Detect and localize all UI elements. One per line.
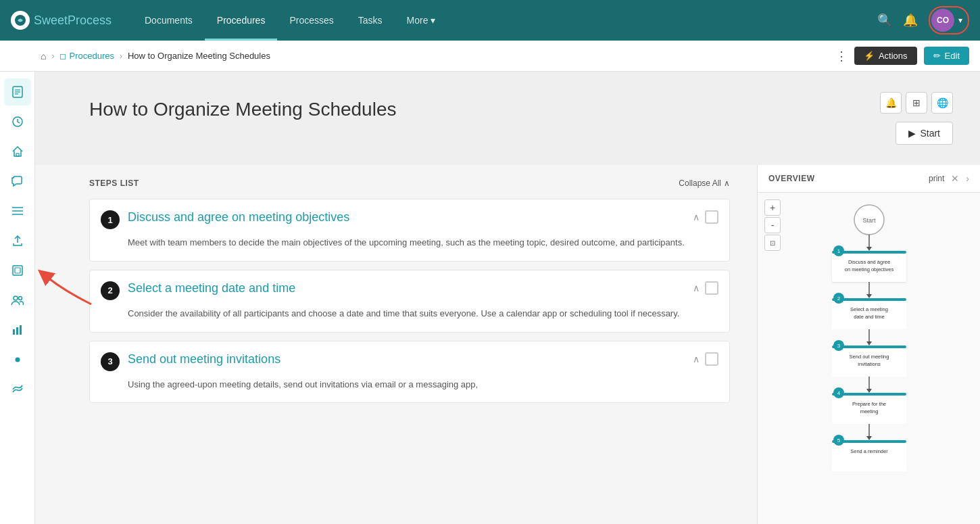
sidebar-item-integrations[interactable] xyxy=(4,376,31,403)
steps-header: STEPS LIST Collapse All ∧ xyxy=(89,178,730,188)
svg-text:on meeting objectives: on meeting objectives xyxy=(844,266,893,272)
main-area: How to Organize Meeting Schedules 🔔 ⊞ 🌐 … xyxy=(35,72,980,524)
nav-procedures[interactable]: Procedures xyxy=(205,0,278,41)
edit-button[interactable]: ✏ Edit xyxy=(924,47,969,65)
start-button[interactable]: ▶ Start xyxy=(896,122,953,145)
sidebar-item-home[interactable] xyxy=(4,138,31,165)
header-icons: 🔔 ⊞ 🌐 xyxy=(880,92,953,114)
overview-title: OVERVIEW xyxy=(768,174,814,183)
close-overview-icon[interactable]: ✕ xyxy=(951,173,959,184)
overview-content: + - ⊡ Start 1 Discuss xyxy=(758,193,980,524)
sidebar-item-document[interactable] xyxy=(4,78,31,105)
procedure-header: How to Organize Meeting Schedules 🔔 ⊞ 🌐 … xyxy=(35,72,980,165)
collapse-all-button[interactable]: Collapse All ∧ xyxy=(679,178,730,188)
svg-rect-15 xyxy=(16,327,18,335)
step-title-1[interactable]: Discuss and agree on meeting objectives xyxy=(128,210,685,224)
svg-text:1: 1 xyxy=(837,248,840,254)
sidebar-item-chat[interactable] xyxy=(4,168,31,195)
procedures-icon: ◻ xyxy=(59,51,66,61)
breadcrumb-sep-2: › xyxy=(120,51,122,61)
svg-text:Send a reminder: Send a reminder xyxy=(850,448,888,454)
step-number-1: 1 xyxy=(101,210,120,229)
svg-text:Send out meeting: Send out meeting xyxy=(849,354,889,360)
columns-icon[interactable]: ⊞ xyxy=(906,92,927,114)
zoom-out-button[interactable]: - xyxy=(764,217,781,233)
user-menu[interactable]: CO ▾ xyxy=(929,6,969,34)
step-number-3: 3 xyxy=(101,352,120,371)
step-item-1: 1 Discuss and agree on meeting objective… xyxy=(89,199,730,262)
step-chevron-2[interactable]: ∧ xyxy=(693,283,700,293)
logo-text: SweetProcess xyxy=(34,14,112,28)
svg-rect-14 xyxy=(13,329,15,335)
breadcrumb-sep-1: › xyxy=(51,51,54,61)
sidebar-item-settings[interactable] xyxy=(4,346,31,373)
step-controls-3: ∧ xyxy=(693,352,718,366)
svg-text:invitations: invitations xyxy=(858,361,881,367)
expand-overview-icon[interactable]: › xyxy=(966,173,969,184)
zoom-fit-button[interactable]: ⊡ xyxy=(764,235,781,251)
svg-point-12 xyxy=(14,296,18,300)
print-button[interactable]: print xyxy=(929,174,944,183)
svg-point-17 xyxy=(15,358,20,362)
nav-right: 🔍 🔔 CO ▾ xyxy=(877,6,969,34)
nav-documents[interactable]: Documents xyxy=(132,0,205,41)
avatar: CO xyxy=(931,9,954,32)
procedures-breadcrumb[interactable]: ◻ Procedures xyxy=(59,51,114,61)
svg-text:date and time: date and time xyxy=(854,314,884,320)
logo[interactable]: SweetProcess xyxy=(11,11,112,30)
more-options-icon[interactable]: ⋮ xyxy=(835,49,848,64)
zoom-in-button[interactable]: + xyxy=(764,199,781,216)
breadcrumb-actions: ⋮ ⚡ Actions ✏ Edit xyxy=(835,47,969,65)
sidebar-item-list[interactable] xyxy=(4,197,31,224)
svg-marker-37 xyxy=(866,341,872,346)
step-title-2[interactable]: Select a meeting date and time xyxy=(128,281,685,295)
svg-rect-11 xyxy=(15,268,20,273)
svg-text:2: 2 xyxy=(837,295,840,302)
top-navigation: SweetProcess Documents Procedures Proces… xyxy=(0,0,980,41)
sidebar-item-team[interactable] xyxy=(4,287,31,314)
globe-icon[interactable]: 🌐 xyxy=(931,92,953,114)
sidebar-item-templates[interactable] xyxy=(4,257,31,284)
step-checkbox-3[interactable] xyxy=(705,352,718,366)
content-area: STEPS LIST Collapse All ∧ 1 Discuss and … xyxy=(35,165,980,524)
svg-marker-53 xyxy=(866,436,872,440)
step-chevron-1[interactable]: ∧ xyxy=(693,212,700,222)
nav-tasks[interactable]: Tasks xyxy=(346,0,395,41)
notification-icon[interactable]: 🔔 xyxy=(903,13,918,28)
notification-settings-icon[interactable]: 🔔 xyxy=(880,92,902,114)
nav-processes[interactable]: Processes xyxy=(277,0,345,41)
zoom-controls: + - ⊡ xyxy=(764,199,781,251)
sidebar-item-history[interactable] xyxy=(4,108,31,135)
step-title-3[interactable]: Send out meeting invitations xyxy=(128,352,685,366)
svg-text:4: 4 xyxy=(837,390,840,396)
sidebar-item-reports[interactable] xyxy=(4,316,31,343)
svg-marker-45 xyxy=(866,389,872,393)
step-body-3: Using the agreed-upon meeting details, s… xyxy=(90,378,718,392)
lightning-icon: ⚡ xyxy=(864,51,875,61)
search-icon[interactable]: 🔍 xyxy=(877,13,892,28)
actions-button[interactable]: ⚡ Actions xyxy=(854,47,917,65)
step-checkbox-2[interactable] xyxy=(705,281,718,295)
svg-text:5: 5 xyxy=(837,437,840,444)
svg-rect-54 xyxy=(832,440,906,471)
procedure-title: How to Organize Meeting Schedules xyxy=(89,99,396,120)
svg-text:Select a meeting: Select a meeting xyxy=(850,306,888,312)
svg-marker-21 xyxy=(866,247,872,251)
step-controls-2: ∧ xyxy=(693,281,718,295)
breadcrumb-bar: ⌂ › ◻ Procedures › How to Organize Meeti… xyxy=(0,41,980,72)
play-icon: ▶ xyxy=(908,128,916,139)
step-checkbox-1[interactable] xyxy=(705,210,718,224)
steps-list-title: STEPS LIST xyxy=(89,178,139,188)
home-breadcrumb[interactable]: ⌂ xyxy=(41,51,46,62)
sidebar-item-upload[interactable] xyxy=(4,227,31,254)
sidebar xyxy=(0,72,35,524)
step-body-2: Consider the availability of all partici… xyxy=(90,307,718,321)
step-chevron-3[interactable]: ∧ xyxy=(693,354,700,364)
svg-marker-29 xyxy=(866,294,872,298)
logo-icon xyxy=(11,11,30,30)
nav-more[interactable]: More ▾ xyxy=(395,0,448,41)
overview-panel: OVERVIEW print ✕ › + - ⊡ Start xyxy=(757,165,980,524)
step-controls-1: ∧ xyxy=(693,210,718,224)
overview-header: OVERVIEW print ✕ › xyxy=(758,165,980,193)
step-header-3: 3 Send out meeting invitations ∧ xyxy=(90,352,718,371)
